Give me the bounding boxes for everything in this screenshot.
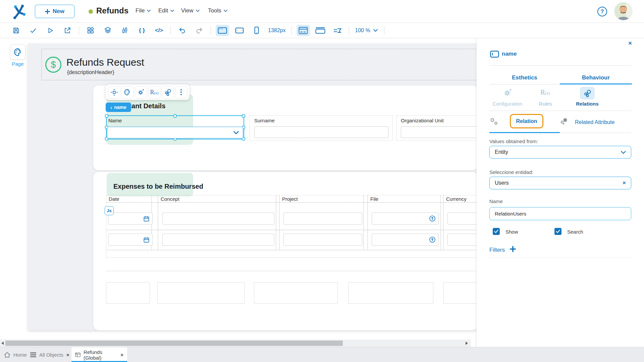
relations-icon[interactable]	[162, 86, 174, 99]
horizontal-scrollbar[interactable]	[0, 340, 471, 347]
table-header-cell[interactable]: File	[368, 195, 441, 202]
name-field-dropdown[interactable]	[107, 127, 243, 138]
form-page[interactable]: Refunds Request {descriptionHeader} Appl…	[28, 44, 476, 330]
undo-button[interactable]	[175, 25, 189, 36]
form-header-section[interactable]: Refunds Request {descriptionHeader}	[41, 49, 476, 80]
upload-icon	[429, 215, 436, 222]
footer-cell	[157, 282, 245, 304]
search-checkbox[interactable]	[554, 228, 561, 235]
help-icon[interactable]	[597, 7, 607, 16]
subtab-configuration[interactable]: Configuration	[487, 101, 528, 107]
chevron-down-icon	[621, 151, 626, 154]
tab-behaviour[interactable]: Behaviour	[560, 71, 632, 84]
close-tab-icon[interactable]	[66, 352, 69, 358]
menu-file[interactable]: File	[136, 7, 151, 14]
org-unit-field-cell[interactable]: Organizational Unit	[396, 115, 476, 141]
export-button[interactable]	[61, 25, 74, 36]
mobile-view-button[interactable]	[250, 25, 263, 36]
currency-input[interactable]	[447, 234, 476, 246]
connections-button[interactable]	[118, 25, 131, 36]
values-from-dropdown[interactable]: Entity	[489, 146, 631, 159]
tab-esthetics[interactable]: Esthetics	[489, 71, 560, 84]
resize-handle[interactable]	[173, 114, 177, 118]
zoom-control[interactable]: 100 %	[355, 27, 378, 34]
related-attribute-icon	[560, 117, 569, 125]
tab-all-objects[interactable]: All Objects	[30, 347, 69, 362]
app-logo-icon[interactable]	[11, 3, 27, 20]
surname-field-cell[interactable]: Surname	[250, 115, 393, 141]
header-layout-button[interactable]	[314, 25, 327, 36]
close-tab-icon[interactable]	[120, 352, 123, 358]
user-avatar[interactable]	[614, 2, 632, 20]
relations-icon[interactable]	[580, 87, 595, 100]
table-header-cell[interactable]: Concept	[158, 195, 276, 202]
project-input[interactable]	[283, 234, 362, 246]
design-canvas: Refunds Request {descriptionHeader} Appl…	[0, 38, 476, 347]
show-checkbox-label: Show	[505, 229, 518, 235]
run-button[interactable]	[44, 25, 57, 36]
header-footer-layout-button[interactable]	[297, 25, 310, 36]
configuration-gear-icon[interactable]	[135, 86, 147, 99]
scroll-right-icon[interactable]	[466, 342, 468, 345]
menu-view[interactable]: View	[181, 7, 200, 14]
relation-name-label: Name	[489, 198, 503, 204]
scrollbar-thumb[interactable]	[5, 341, 343, 346]
components-button[interactable]	[84, 25, 97, 36]
menu-edit[interactable]: Edit	[158, 7, 174, 14]
redo-button[interactable]	[193, 25, 206, 36]
menu-tools[interactable]: Tools	[208, 7, 227, 14]
file-input[interactable]	[372, 234, 439, 246]
surname-field-input[interactable]	[254, 126, 388, 138]
save-button[interactable]	[9, 25, 23, 36]
concept-input[interactable]	[162, 234, 274, 246]
show-checkbox[interactable]	[493, 228, 500, 235]
add-filter-icon[interactable]	[509, 246, 516, 252]
file-input[interactable]	[372, 213, 439, 225]
resize-handle[interactable]	[105, 114, 109, 118]
clear-entity-icon[interactable]	[623, 180, 626, 186]
rules-rx-icon[interactable]: R(x)	[540, 88, 550, 97]
relation-name-input[interactable]: RelationUsers	[489, 207, 631, 220]
table-header-cell[interactable]: Project	[279, 195, 364, 202]
table-header-cell[interactable]: Date	[106, 195, 152, 202]
desktop-view-button[interactable]	[216, 25, 229, 36]
tablet-view-button[interactable]	[233, 25, 246, 36]
selected-field-chip[interactable]: name	[106, 103, 131, 112]
js-badge[interactable]: Js	[105, 206, 114, 215]
entity-select-field[interactable]: Users	[489, 177, 631, 189]
toolbar-separator	[384, 26, 384, 35]
properties-panel: name Esthetics Behaviour Configuration R…	[476, 38, 644, 347]
related-attribute-tab[interactable]: Related Attribute	[575, 119, 614, 125]
subtab-relations[interactable]: Relations	[572, 101, 602, 107]
org-unit-field-input[interactable]	[401, 126, 476, 138]
project-input[interactable]	[283, 213, 362, 225]
date-input[interactable]	[108, 213, 153, 225]
concept-input[interactable]	[162, 213, 274, 225]
dollar-icon	[45, 57, 61, 73]
date-input[interactable]	[108, 234, 153, 246]
table-cell	[364, 202, 368, 230]
subtab-rules[interactable]: Rules	[532, 101, 559, 107]
resize-handle[interactable]	[242, 114, 246, 118]
tab-home[interactable]: Home	[4, 347, 27, 362]
scroll-left-icon[interactable]	[1, 342, 4, 345]
currency-input[interactable]	[447, 213, 476, 225]
esthetics-icon[interactable]	[121, 86, 134, 99]
close-panel-icon[interactable]	[628, 40, 632, 47]
code-view-button[interactable]: </>	[152, 25, 166, 36]
new-button[interactable]: New	[35, 5, 74, 18]
table-header-cell[interactable]: Currency	[443, 195, 476, 202]
layers-button[interactable]	[101, 25, 114, 36]
validate-button[interactable]	[26, 25, 40, 36]
distribute-button[interactable]	[331, 25, 344, 36]
footer-cell	[254, 282, 338, 304]
more-options-icon[interactable]	[175, 86, 187, 99]
table-header-spacer	[441, 195, 443, 202]
tab-refunds-global[interactable]: Refunds (Global)	[71, 347, 127, 362]
configuration-gear-icon[interactable]	[503, 88, 512, 97]
move-icon[interactable]	[108, 86, 120, 99]
rules-icon[interactable]: R(x)	[148, 86, 161, 99]
braces-button[interactable]: { }	[135, 25, 149, 36]
relation-tab-highlighted[interactable]: Relation	[510, 114, 543, 128]
page-palette-button[interactable]	[10, 44, 25, 60]
